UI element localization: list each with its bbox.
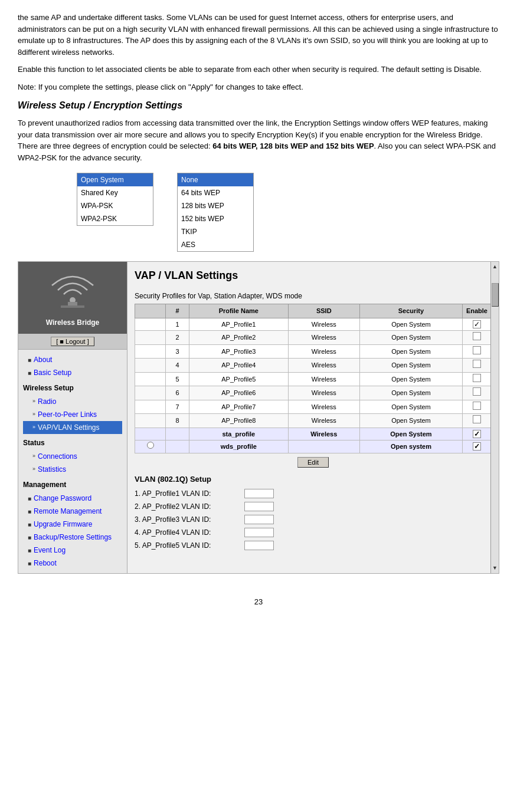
row7-ssid: Wireless — [288, 400, 359, 414]
para3: To prevent unauthorized radios from acce… — [18, 117, 499, 163]
row5-radio-cell — [135, 372, 166, 386]
vap-arrow: » — [32, 423, 35, 432]
sidebar-item-about[interactable]: ■ About — [23, 353, 122, 366]
sidebar-item-upgrade-firmware[interactable]: ■ Upgrade Firmware — [23, 518, 122, 531]
row6-radio-cell — [135, 386, 166, 400]
statistics-label: Statistics — [38, 464, 66, 475]
scrollbar[interactable]: ▲ ▼ — [490, 262, 499, 573]
sidebar-item-vap-vlan[interactable]: » VAP/VLAN Settings — [23, 421, 122, 434]
el-bullet: ■ — [28, 546, 31, 555]
sidebar-item-remote-management[interactable]: ■ Remote Management — [23, 505, 122, 518]
sidebar-nav: ■ About ■ Basic Setup Wireless Setup » R… — [18, 350, 127, 573]
row4-profile: AP_Profile4 — [189, 359, 289, 373]
encrypt-dropdown[interactable]: None 64 bits WEP 128 bits WEP 152 bits W… — [177, 173, 254, 252]
row4-security: Open System — [359, 359, 462, 373]
sidebar-item-peer-links[interactable]: » Peer-to-Peer Links — [23, 408, 122, 421]
table-row: 1 AP_Profile1 Wireless Open System ✓ — [135, 318, 492, 331]
vlan-input-2[interactable] — [244, 502, 274, 511]
row1-security: Open System — [359, 318, 462, 331]
row5-ssid: Wireless — [288, 372, 359, 386]
row4-num: 4 — [166, 359, 189, 373]
table-row-wds: wds_profile Open system ✓ — [135, 440, 492, 453]
sta-radio-cell — [135, 428, 166, 440]
auth-wpa-psk[interactable]: WPA-PSK — [77, 199, 153, 212]
row6-enable[interactable] — [462, 386, 491, 400]
vlan-label-5: 5. AP_Profile5 VLAN ID: — [135, 540, 241, 551]
sidebar-item-radio[interactable]: » Radio — [23, 395, 122, 408]
auth-shared-key[interactable]: Shared Key — [77, 186, 153, 199]
encrypt-none[interactable]: None — [178, 173, 253, 186]
row5-enable[interactable] — [462, 372, 491, 386]
row7-enable[interactable] — [462, 400, 491, 414]
logo-label: Wireless Bridge — [24, 317, 121, 328]
vlan-title: VLAN (802.1Q) Setup — [135, 474, 492, 485]
row1-ssid: Wireless — [288, 318, 359, 331]
main-panel: Wireless Bridge [ ■ Logout ] ■ About ■ B… — [18, 261, 499, 574]
sidebar-item-backup-restore[interactable]: ■ Backup/Restore Settings — [23, 531, 122, 544]
row3-ssid: Wireless — [288, 344, 359, 359]
statistics-arrow: » — [32, 465, 35, 474]
sidebar-item-change-password[interactable]: ■ Change Password — [23, 492, 122, 505]
auth-dropdown[interactable]: Open System Shared Key WPA-PSK WPA2-PSK — [77, 173, 153, 226]
sidebar-logo: Wireless Bridge — [18, 262, 127, 334]
sidebar-item-statistics[interactable]: » Statistics — [23, 463, 122, 476]
col-radio — [135, 304, 166, 318]
wds-security: Open system — [359, 440, 462, 453]
logout-button[interactable]: [ ■ Logout ] — [51, 337, 94, 346]
sidebar-item-reboot[interactable]: ■ Reboot — [23, 557, 122, 570]
row4-ssid: Wireless — [288, 359, 359, 373]
wds-radio-input[interactable] — [147, 442, 154, 449]
sidebar-item-connections[interactable]: » Connections — [23, 450, 122, 463]
row5-profile: AP_Profile5 — [189, 372, 289, 386]
row1-enable[interactable]: ✓ — [462, 318, 491, 331]
sidebar-item-basic-setup[interactable]: ■ Basic Setup — [23, 366, 122, 379]
scroll-down-arrow[interactable]: ▼ — [492, 564, 498, 573]
encrypt-tkip[interactable]: TKIP — [178, 225, 253, 238]
scroll-up-arrow[interactable]: ▲ — [492, 263, 498, 271]
row7-security: Open System — [359, 400, 462, 414]
row2-profile: AP_Profile2 — [189, 331, 289, 345]
table-row-sta: sta_profile Wireless Open System ✓ — [135, 428, 492, 440]
row5-num: 5 — [166, 372, 189, 386]
row8-enable[interactable] — [462, 414, 491, 428]
edit-button[interactable]: Edit — [297, 457, 329, 468]
row6-ssid: Wireless — [288, 386, 359, 400]
sta-enable[interactable]: ✓ — [462, 428, 491, 440]
vlan-label-4: 4. AP_Profile4 VLAN ID: — [135, 527, 241, 538]
row7-radio-cell — [135, 400, 166, 414]
wds-radio-cell[interactable] — [135, 440, 166, 453]
br-bullet: ■ — [28, 533, 31, 542]
dropdown-area: Open System Shared Key WPA-PSK WPA2-PSK … — [77, 173, 499, 252]
row7-profile: AP_Profile7 — [189, 400, 289, 414]
vlan-input-5[interactable] — [244, 541, 274, 550]
vlan-input-4[interactable] — [244, 528, 274, 537]
row2-ssid: Wireless — [288, 331, 359, 345]
sta-num — [166, 428, 189, 440]
row2-radio-cell — [135, 331, 166, 345]
encrypt-64wep[interactable]: 64 bits WEP — [178, 186, 253, 199]
rm-label: Remote Management — [34, 506, 102, 517]
row2-num: 2 — [166, 331, 189, 345]
table-row: 7 AP_Profile7 Wireless Open System — [135, 400, 492, 414]
encrypt-aes[interactable]: AES — [178, 238, 253, 251]
col-num: # — [166, 304, 189, 318]
row3-enable[interactable] — [462, 344, 491, 359]
vlan-input-1[interactable] — [244, 489, 274, 498]
row2-enable[interactable] — [462, 331, 491, 345]
auth-open-system[interactable]: Open System — [77, 173, 153, 186]
table-row: 4 AP_Profile4 Wireless Open System — [135, 359, 492, 373]
auth-wpa2-psk[interactable]: WPA2-PSK — [77, 212, 153, 225]
sidebar-item-event-log[interactable]: ■ Event Log — [23, 544, 122, 557]
vlan-input-3[interactable] — [244, 515, 274, 524]
encrypt-152wep[interactable]: 152 bits WEP — [178, 212, 253, 225]
rm-bullet: ■ — [28, 507, 31, 516]
row8-num: 8 — [166, 414, 189, 428]
wds-enable[interactable]: ✓ — [462, 440, 491, 453]
page-number: 23 — [0, 597, 517, 606]
wireless-setup-title: Wireless Setup — [23, 383, 122, 393]
col-enable: Enable — [462, 304, 491, 318]
row4-enable[interactable] — [462, 359, 491, 373]
scroll-thumb[interactable] — [492, 283, 499, 307]
wds-ssid — [288, 440, 359, 453]
encrypt-128wep[interactable]: 128 bits WEP — [178, 199, 253, 212]
